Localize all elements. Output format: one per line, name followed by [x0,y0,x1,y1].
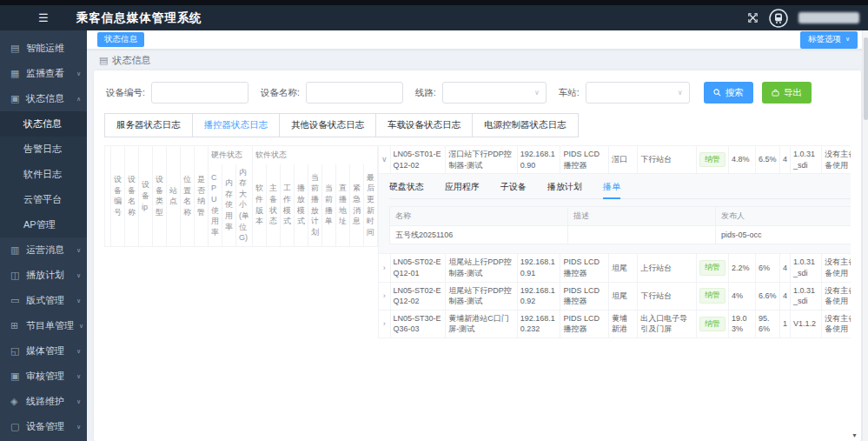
cell-cpu: 4% [728,282,755,310]
tab-power-controller-status-log[interactable]: 电源控制器状态日志 [472,113,579,137]
cell-cpu: 2.2% [728,254,755,282]
export-button[interactable]: 导出 [762,82,812,104]
sidebar-subitem-software-log[interactable]: 软件日志 [0,162,87,187]
station-select[interactable]: ∨ [586,82,690,104]
subtable-header-row: 名称 描述 发布人 开始时间 结束时间 更新时间 [390,207,851,226]
sidebar-subitem-alarm-log[interactable]: 告警日志 [0,137,87,162]
sidebar-subitem-cloud-platform[interactable]: 云管平台 [0,187,87,212]
cell-device-name: 坦尾站下行PDP控制器-测试 [446,282,517,310]
user-name-redacted[interactable] [798,12,859,23]
sidebar-item-layout-mgmt[interactable]: ▭ 版式管理 ∨ [0,288,87,313]
line-select[interactable]: ∨ [442,82,547,104]
station-label: 车站: [559,87,580,99]
cell-device-name: 滘口站下行PDP控制器-测试 [446,146,517,174]
cell-station: 坦尾 [609,254,638,282]
cell-device-name: 坦尾站上行PDP控制器-测试 [446,254,517,282]
header-actions [747,9,868,28]
vertical-scrollbar[interactable] [862,30,868,441]
sidebar-item-media-mgmt[interactable]: ◱ 媒体管理 ∨ [0,338,87,364]
status-table: 设备编号 设备名称 设备ip 设备类型 站点 位置名称 是否纳管 硬件状态 软件… [104,145,851,338]
cell-sw-version: 1.0.31_sdi [791,146,822,174]
chevron-up-icon: ∧ [76,96,81,103]
sidebar-subitem-ap-management[interactable]: AP管理 [0,212,87,237]
tag-bar: 状态信息 标签选项 ∨ [87,30,868,50]
collapse-row-icon[interactable]: ∨ [381,154,388,165]
group-software-status: 软件状态 [253,146,378,164]
sidebar-item-label: 版式管理 [26,294,64,307]
cell-sw-version: V1.1.2 [791,310,822,337]
breadcrumb: ▤ 状态信息 [87,50,868,70]
sidebar-item-label: 媒体管理 [26,344,64,357]
table-row: › LN05-ST02-EQ12-01 坦尾站上行PDP控制器-测试 192.1… [379,254,851,282]
device-name-input[interactable] [306,82,403,104]
cell-device-ip: 192.168.10.92 [517,282,560,310]
expand-row-icon[interactable]: › [383,263,386,274]
cell-device-id: LN05-ST30-EQ36-03 [390,310,446,337]
hamburger-menu-icon[interactable]: ☰ [38,12,49,23]
subcell-desc [568,225,716,244]
cell-mem: 95.6% [756,310,780,337]
cell-device-id: LN05-ST02-EQ12-01 [390,254,446,282]
expand-row-icon[interactable]: › [383,291,386,302]
chevron-down-icon: ∨ [76,373,81,380]
col-work-mode: 工作模式 [281,164,295,246]
search-button[interactable]: 搜索 [704,82,753,104]
sidebar-item-play-plan[interactable]: ◫ 播放计划 ∨ [0,263,87,288]
cell-memsize: 1 [780,310,791,337]
scrollbar-thumb[interactable] [864,37,868,120]
sidebar-item-label: 节目单管理 [26,319,74,332]
header-group-row: 设备编号 设备名称 设备ip 设备类型 站点 位置名称 是否纳管 硬件状态 软件… [105,146,378,164]
tab-other-device-status-log[interactable]: 其他设备状态日志 [279,113,376,137]
sidebar-item-label: 状态信息 [26,92,64,105]
sidebar-subitem-status-info[interactable]: 状态信息 [0,111,87,137]
fullscreen-icon[interactable] [747,12,759,23]
detail-tab-playlist[interactable]: 播单 [603,181,620,199]
main-layout: ▤ 智能运维 ▦ 监播查看 ∨ ▣ 状态信息 ∧ 状态信息 告警日志 软件日志 … [0,30,868,441]
sidebar-item-device-mgmt[interactable]: ▢ 设备管理 ∨ [0,414,87,439]
cell-location: 下行站台 [638,282,697,310]
subcol-publisher: 发布人 [716,207,851,226]
table-row: ∨ LN05-ST01-EQ12-02 滘口站下行PDP控制器-测试 192.1… [379,146,851,174]
cell-mem: 6.5% [756,146,780,174]
sidebar-item-ops-message[interactable]: ▥ 运营消息 ∨ [0,237,87,263]
managed-badge: 纳管 [699,152,726,168]
col-urgent-msg: 紧急消息 [350,164,364,246]
program-mgmt-icon: ⊞ [10,320,21,331]
active-tag-chip[interactable]: 状态信息 [97,32,144,46]
detail-tab-disk-status[interactable]: 硬盘状态 [389,181,424,198]
cell-location: 上行站台 [638,254,697,282]
sidebar-item-status-info[interactable]: ▣ 状态信息 ∧ [0,86,87,111]
expand-row-icon[interactable]: › [383,318,386,330]
sidebar-subitem-label: AP管理 [23,218,56,231]
tab-vehicle-device-status-log[interactable]: 车载设备状态日志 [375,113,473,137]
ops-message-icon: ▥ [10,244,21,256]
detail-tab-sub-devices[interactable]: 子设备 [500,181,527,198]
subcell-publisher: pids-05-occ [716,225,851,244]
scroll-down-icon[interactable]: ▼ [851,432,858,438]
detail-tab-play-plan[interactable]: 播放计划 [547,181,582,198]
playlist-subtable: 名称 描述 发布人 开始时间 结束时间 更新时间 [389,206,851,244]
subtable-row: 五号线20251106 pids-05-occ 2025-11-05 03:00… [390,225,851,244]
sidebar-subitem-label: 软件日志 [23,168,62,181]
subcol-name: 名称 [390,207,568,226]
sidebar-subitem-label: 状态信息 [23,117,62,130]
sidebar-item-monitor-view[interactable]: ▦ 监播查看 ∨ [0,61,87,86]
search-button-label: 搜索 [726,87,744,99]
tab-server-status-log[interactable]: 服务器状态日志 [104,113,193,137]
tag-options-button[interactable]: 标签选项 ∨ [800,31,858,49]
sidebar-item-program-mgmt[interactable]: ⊞ 节目单管理 ∨ [0,313,87,338]
sidebar-item-label: 智能运维 [26,42,64,55]
sidebar-item-audit-mgmt[interactable]: ▣ 审核管理 ∨ [0,364,87,389]
sidebar-item-smart-ops[interactable]: ▤ 智能运维 [0,36,87,61]
device-id-input[interactable] [151,82,248,104]
detail-tab-applications[interactable]: 应用程序 [445,181,480,198]
sidebar-item-label: 审核管理 [26,370,64,383]
sidebar-item-line-maintenance[interactable]: ◈ 线路维护 ∨ [0,389,87,414]
cell-managed: 纳管 [696,310,728,337]
breadcrumb-grid-icon: ▤ [99,55,108,66]
user-avatar-train-icon[interactable] [769,9,788,28]
detail-tabs: 硬盘状态 应用程序 子设备 播放计划 播单 [389,181,851,199]
status-table-container: 设备编号 设备名称 设备ip 设备类型 站点 位置名称 是否纳管 硬件状态 软件… [104,145,851,434]
sidebar-subitem-label: 云管平台 [23,193,62,206]
tab-controller-status-log[interactable]: 播控器状态日志 [192,113,281,137]
